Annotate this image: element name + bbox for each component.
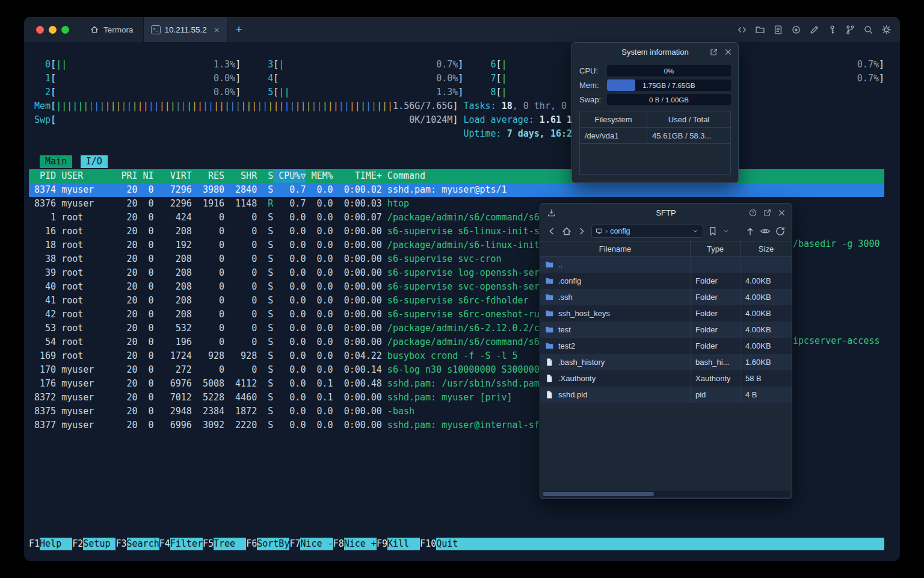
close-tab-icon[interactable]: × xyxy=(214,25,220,35)
refresh-icon[interactable] xyxy=(775,226,786,237)
col-pri[interactable]: PRI xyxy=(116,169,137,183)
fkey-button[interactable]: F5Tree xyxy=(203,538,246,550)
breadcrumb-separator: › xyxy=(605,227,608,235)
col-mem[interactable]: MEM% xyxy=(306,169,333,183)
terminal-icon: >_ xyxy=(151,25,161,34)
scrollbar-thumb[interactable] xyxy=(543,492,654,496)
meter-label: Swap: xyxy=(579,95,607,104)
tab-session-label: 10.211.55.2 xyxy=(165,25,207,34)
folder-icon[interactable] xyxy=(755,25,765,35)
file-row[interactable]: .Xauthority Xauthority 58 B xyxy=(540,370,792,387)
col-pid[interactable]: PID xyxy=(29,169,56,183)
file-row[interactable]: .bash_history bash_hi... 1.60KB xyxy=(540,354,792,370)
close-window-button[interactable] xyxy=(36,26,44,34)
help-icon[interactable]: ? xyxy=(748,208,757,217)
sftp-panel: SFTP ? › config Filenam xyxy=(540,203,792,499)
col-state[interactable]: S xyxy=(257,169,273,183)
sysinfo-meter-row: Mem: 1.75GB / 7.65GB xyxy=(579,79,731,91)
file-col-size[interactable]: Size xyxy=(741,241,792,256)
file-type: Folder xyxy=(691,273,741,289)
edit-icon[interactable] xyxy=(809,25,819,35)
file-col-filename[interactable]: Filename xyxy=(540,241,691,256)
cpu-meter-row-1: 0[||1.3%]3[|0.7%]6[|0.7%] xyxy=(29,58,884,72)
fkey-button[interactable]: F10Quit xyxy=(420,538,884,550)
bookmark-icon[interactable] xyxy=(707,226,718,237)
branch-icon[interactable] xyxy=(845,25,855,35)
sftp-title: SFTP xyxy=(656,208,676,217)
search-icon[interactable] xyxy=(863,25,873,35)
filesystem-table-header: Filesystem Used / Total xyxy=(580,111,730,128)
back-icon[interactable] xyxy=(546,226,557,237)
file-name: test2 xyxy=(558,341,575,350)
fkey-button[interactable]: F8Nice + xyxy=(333,538,377,550)
col-user[interactable]: USER xyxy=(61,169,116,183)
fkey-button[interactable]: F2Setup xyxy=(72,538,116,550)
file-row[interactable]: test2 Folder 4.00KB xyxy=(540,338,792,354)
col-cpu-sorted[interactable]: CPU%▽ xyxy=(273,169,306,183)
show-hidden-eye-icon[interactable] xyxy=(760,226,771,237)
col-virt[interactable]: VIRT xyxy=(154,169,192,183)
meter-value: 0 B / 1.00GB xyxy=(607,94,731,105)
download-icon[interactable] xyxy=(547,208,556,217)
filesystem-row[interactable]: /dev/vda1 45.61GB / 58.3... xyxy=(580,128,730,144)
meter-label: CPU: xyxy=(579,66,607,75)
tab-home[interactable]: Termora xyxy=(80,17,143,42)
fkey-button[interactable]: F3Search xyxy=(116,538,159,550)
key-icon[interactable] xyxy=(827,25,837,35)
settings-gear-icon[interactable] xyxy=(881,25,892,35)
col-shr[interactable]: SHR xyxy=(224,169,257,183)
folder-icon xyxy=(545,309,554,318)
zoom-window-button[interactable] xyxy=(61,26,69,34)
system-information-panel: System information CPU: 0% Mem: 1.75GB /… xyxy=(571,42,739,183)
htop-tab-io[interactable]: I/O xyxy=(81,155,108,168)
meter-bar: 0% xyxy=(607,65,731,76)
chevron-down-icon[interactable] xyxy=(692,228,699,235)
command-overflow-text: /basedir -g 3000 xyxy=(793,237,880,251)
bookmark-dropdown-icon[interactable] xyxy=(722,228,730,235)
file-table: .. .config Folder 4.00KB .ssh Folder 4.0… xyxy=(540,256,792,403)
open-in-new-window-icon[interactable] xyxy=(709,48,718,57)
fs-device: /dev/vda1 xyxy=(580,128,647,144)
col-ni[interactable]: NI xyxy=(138,169,154,183)
minimize-window-button[interactable] xyxy=(49,26,57,34)
file-name: .config xyxy=(558,276,581,285)
snippets-icon[interactable] xyxy=(773,25,783,35)
htop-tab-main[interactable]: Main xyxy=(40,155,72,168)
fkey-button[interactable]: F9Kill xyxy=(377,538,420,550)
file-name: sshd.pid xyxy=(558,390,587,399)
col-time[interactable]: TIME+ xyxy=(333,169,382,183)
close-panel-icon[interactable] xyxy=(777,208,786,217)
file-row[interactable]: .ssh Folder 4.00KB xyxy=(540,289,792,305)
file-col-type[interactable]: Type xyxy=(691,241,741,256)
file-table-header: Filename Type Size xyxy=(540,241,792,256)
fkey-button[interactable]: F7Nice - xyxy=(289,538,333,550)
fkey-button[interactable]: F4Filter xyxy=(159,538,203,550)
path-breadcrumb[interactable]: › config xyxy=(591,225,703,238)
forward-icon[interactable] xyxy=(576,226,587,237)
file-icon xyxy=(545,358,554,367)
open-in-new-window-icon[interactable] xyxy=(763,208,772,217)
tab-session[interactable]: >_ 10.211.55.2 × xyxy=(143,17,227,42)
mem-meter-row: Mem [ ||||||||||||||||||||||||||||||||||… xyxy=(29,99,884,113)
fkey-button[interactable]: F1Help xyxy=(29,538,72,550)
col-res[interactable]: RES xyxy=(192,169,224,183)
uptime: Uptime: 7 days, 16:2 xyxy=(463,127,572,141)
home-icon[interactable] xyxy=(561,226,572,237)
file-row[interactable]: test Folder 4.00KB xyxy=(540,322,792,338)
file-row[interactable]: ssh_host_keys Folder 4.00KB xyxy=(540,305,792,322)
horizontal-scrollbar[interactable] xyxy=(542,491,790,497)
cpu-meter-row-3: 2[0.0%]5[||1.3%]8[|] xyxy=(29,85,884,99)
code-icon[interactable] xyxy=(737,25,747,35)
new-tab-button[interactable]: + xyxy=(227,17,251,42)
go-up-icon[interactable] xyxy=(745,226,756,237)
file-size: 4.00KB xyxy=(741,289,792,305)
record-icon[interactable] xyxy=(791,25,801,35)
cpu-meter: 2[0.0%] xyxy=(29,85,241,99)
process-row[interactable]: 8374 myuser200729639802840S0.70.00:00.02… xyxy=(29,183,884,197)
file-row[interactable]: sshd.pid pid 4 B xyxy=(540,387,792,403)
file-row[interactable]: .. xyxy=(540,256,792,273)
file-type: bash_hi... xyxy=(691,354,741,370)
fkey-button[interactable]: F6SortBy xyxy=(246,538,289,550)
close-panel-icon[interactable] xyxy=(724,48,733,57)
file-row[interactable]: .config Folder 4.00KB xyxy=(540,273,792,289)
